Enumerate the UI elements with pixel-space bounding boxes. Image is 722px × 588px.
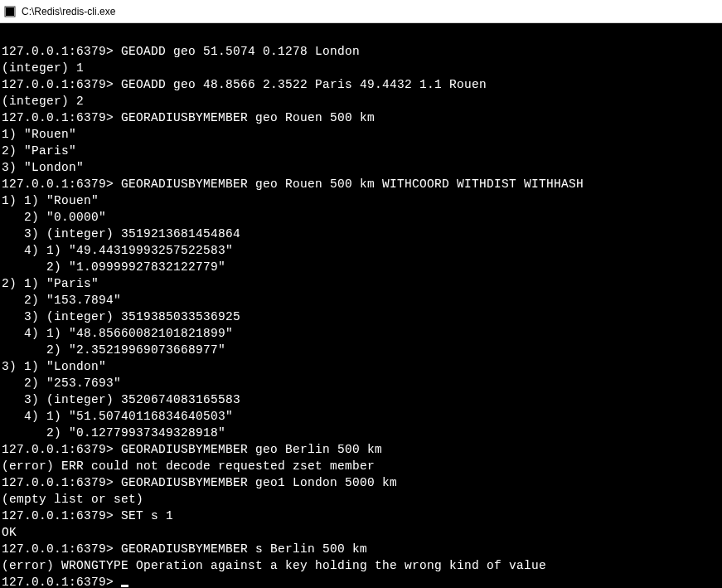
terminal-line: 1) "Rouen": [2, 128, 76, 141]
terminal-line: 127.0.0.1:6379> GEOADD geo 48.8566 2.352…: [2, 78, 487, 91]
terminal-line: 1) 1) "Rouen": [2, 194, 99, 207]
window-title: C:\Redis\redis-cli.exe: [22, 6, 115, 17]
terminal-line: (integer) 2: [2, 95, 84, 108]
terminal-line: 3) 1) "London": [2, 360, 106, 373]
terminal-line: 2) 1) "Paris": [2, 277, 99, 290]
terminal-prompt[interactable]: 127.0.0.1:6379>: [2, 576, 121, 588]
terminal-line: 2) "2.35219969073668977": [2, 343, 225, 357]
terminal-line: (error) WRONGTYPE Operation against a ke…: [2, 559, 546, 572]
terminal-output[interactable]: 127.0.0.1:6379> GEOADD geo 51.5074 0.127…: [0, 23, 722, 588]
terminal-line: 3) (integer) 3519385033536925: [2, 310, 240, 323]
terminal-line: 3) (integer) 3519213681454864: [2, 227, 240, 241]
terminal-line: 127.0.0.1:6379> GEORADIUSBYMEMBER geo1 L…: [2, 476, 397, 489]
terminal-line: 127.0.0.1:6379> GEORADIUSBYMEMBER geo Ro…: [2, 111, 375, 124]
terminal-line: (error) ERR could not decode requested z…: [2, 459, 375, 473]
terminal-line: 3) (integer) 3520674083165583: [2, 393, 240, 406]
terminal-line: (integer) 1: [2, 61, 84, 75]
terminal-line: 2) "1.09999927832122779": [2, 260, 225, 274]
app-icon: [3, 5, 17, 18]
terminal-line: 3) "London": [2, 161, 84, 174]
terminal-line: 127.0.0.1:6379> GEORADIUSBYMEMBER s Berl…: [2, 542, 367, 556]
terminal-line: 2) "0.12779937349328918": [2, 426, 225, 440]
terminal-line: 127.0.0.1:6379> GEORADIUSBYMEMBER geo Ro…: [2, 177, 584, 191]
terminal-line: 127.0.0.1:6379> SET s 1: [2, 509, 173, 522]
terminal-line: 2) "153.7894": [2, 294, 121, 307]
terminal-line: 2) "Paris": [2, 144, 76, 158]
cursor-icon: [121, 585, 128, 587]
title-bar: C:\Redis\redis-cli.exe: [0, 0, 722, 23]
terminal-line: 2) "0.0000": [2, 211, 106, 224]
terminal-line: 4) 1) "48.85660082101821899": [2, 327, 233, 340]
terminal-line: 127.0.0.1:6379> GEOADD geo 51.5074 0.127…: [2, 45, 360, 58]
terminal-line: (empty list or set): [2, 493, 143, 506]
terminal-line: 4) 1) "49.44319993257522583": [2, 244, 233, 257]
terminal-line: 4) 1) "51.50740116834640503": [2, 410, 233, 423]
svg-rect-1: [6, 7, 14, 16]
terminal-line: OK: [2, 526, 17, 539]
terminal-line: 127.0.0.1:6379> GEORADIUSBYMEMBER geo Be…: [2, 443, 382, 456]
terminal-line: 2) "253.7693": [2, 377, 121, 390]
